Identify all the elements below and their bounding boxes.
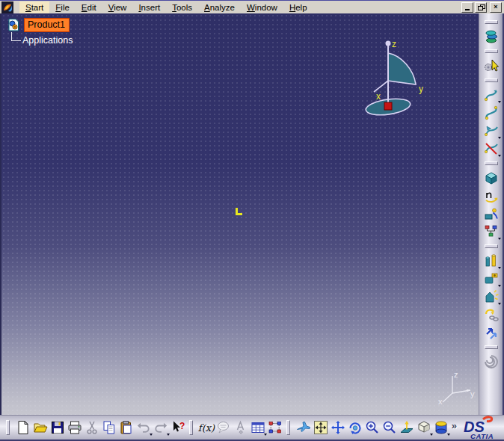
- simulation-icon: [483, 206, 500, 222]
- simulation-button[interactable]: [482, 205, 500, 223]
- menu-file[interactable]: File: [49, 1, 76, 13]
- lock-icon: [233, 419, 249, 436]
- cut-button[interactable]: [84, 419, 100, 437]
- camera-box-button[interactable]: [482, 270, 500, 288]
- pan-button[interactable]: [330, 419, 346, 437]
- fly-mode-button[interactable]: [295, 419, 312, 437]
- comment-button[interactable]: [215, 419, 232, 437]
- open-button[interactable]: [32, 419, 49, 437]
- whats-this-icon: ?: [170, 419, 186, 436]
- building-icon: [483, 289, 500, 305]
- formula-button[interactable]: f(x): [198, 419, 215, 437]
- triad-z-label: z: [454, 370, 458, 379]
- sequence-button[interactable]: [482, 187, 500, 205]
- close-button[interactable]: ×: [490, 2, 502, 13]
- menu-tools[interactable]: Tools: [166, 1, 198, 13]
- cursor-marker: [236, 208, 242, 215]
- tree-node-product1[interactable]: Product1: [24, 18, 70, 32]
- fit-all-icon: [313, 419, 329, 436]
- compass[interactable]: z y x: [347, 34, 434, 118]
- comment-icon: [215, 419, 232, 436]
- toolbar-drag-handle[interactable]: [189, 420, 193, 435]
- normal-view-button[interactable]: [399, 419, 415, 437]
- building-button[interactable]: [482, 288, 500, 306]
- fit-all-button[interactable]: [313, 419, 329, 437]
- toolbar-drag-handle[interactable]: [485, 161, 498, 165]
- whats-this-button[interactable]: ?: [170, 419, 186, 437]
- restore-icon: [478, 4, 485, 10]
- toolbar-drag-handle[interactable]: [485, 244, 498, 248]
- select-button[interactable]: [482, 57, 500, 75]
- axis-triad: z y x: [437, 368, 476, 406]
- tree-node-applications[interactable]: Applications: [22, 35, 73, 46]
- select-icon: [483, 58, 500, 74]
- box-surface-button[interactable]: [482, 169, 500, 187]
- curve-delete-icon: [483, 141, 500, 157]
- camera-box-icon: [483, 271, 500, 287]
- curve-delete-button[interactable]: [482, 140, 500, 158]
- undo-button[interactable]: [135, 419, 152, 437]
- copy-button[interactable]: [101, 419, 117, 437]
- pan-icon: [330, 419, 346, 436]
- redo-button[interactable]: [153, 419, 169, 437]
- menu-analyze[interactable]: Analyze: [198, 1, 241, 13]
- formula-icon: f(x): [198, 422, 215, 434]
- shuttle-icon: [483, 253, 500, 269]
- more-toolbars-chevron[interactable]: »: [452, 420, 459, 436]
- toolbar-drag-handle[interactable]: [485, 345, 498, 349]
- rotate-button[interactable]: [347, 419, 363, 437]
- trace-curve-button[interactable]: [482, 86, 500, 104]
- shuttle-button[interactable]: [482, 252, 500, 270]
- zoom-out-button[interactable]: [381, 419, 398, 437]
- menu-help[interactable]: Help: [283, 1, 313, 13]
- svg-text:?: ?: [179, 421, 185, 431]
- box-surface-icon: [483, 170, 500, 186]
- menu-insert[interactable]: Insert: [132, 1, 166, 13]
- rotate-icon: [347, 419, 363, 436]
- render-style-button[interactable]: [433, 419, 449, 437]
- design-table-button[interactable]: [250, 419, 266, 437]
- lock-button[interactable]: [233, 419, 249, 437]
- curve-edit-button[interactable]: [482, 122, 500, 140]
- redo-icon: [153, 419, 169, 436]
- compass-y-label: y: [419, 84, 423, 94]
- link-button[interactable]: [482, 306, 500, 324]
- save-button[interactable]: [49, 419, 66, 437]
- app-icon[interactable]: [1, 1, 13, 13]
- logo-catia-text: CATIA: [470, 432, 494, 440]
- restore-button[interactable]: [475, 2, 487, 13]
- link-icon: [483, 306, 500, 323]
- swirl-icon: [483, 354, 500, 370]
- toolbar-drag-handle[interactable]: [6, 420, 10, 435]
- toolbar-drag-handle[interactable]: [485, 49, 498, 53]
- flowchart-button[interactable]: [482, 223, 500, 241]
- curve-edit-icon: [483, 123, 500, 139]
- triad-y-label: y: [470, 389, 475, 398]
- swirl-button[interactable]: [482, 353, 500, 371]
- relations-button[interactable]: [267, 419, 283, 437]
- menu-bar: Start File Edit View Insert Tools Analyz…: [0, 0, 504, 13]
- spline-button[interactable]: [482, 104, 500, 122]
- print-icon: [67, 419, 83, 436]
- paste-icon: [118, 419, 135, 436]
- menu-edit[interactable]: Edit: [76, 1, 102, 13]
- toolbar-drag-handle[interactable]: [485, 20, 498, 24]
- menu-window[interactable]: Window: [241, 1, 283, 13]
- new-button[interactable]: [15, 419, 31, 437]
- menu-start[interactable]: Start: [19, 1, 49, 13]
- minimize-button[interactable]: [461, 2, 473, 13]
- paste-button[interactable]: [118, 419, 135, 437]
- cut-icon: [84, 419, 100, 436]
- iso-view-button[interactable]: [416, 419, 432, 437]
- viewport-3d[interactable]: Product1 Applications z y x z y x: [0, 13, 479, 415]
- swap-arrows-button[interactable]: [482, 324, 500, 342]
- zoom-in-button[interactable]: [364, 419, 381, 437]
- tree-connector: [11, 32, 21, 41]
- toolbar-drag-handle[interactable]: [485, 78, 498, 82]
- print-button[interactable]: [67, 419, 83, 437]
- menu-view[interactable]: View: [102, 1, 133, 13]
- sequence-icon: [483, 188, 500, 204]
- triad-x-label: x: [438, 397, 443, 406]
- toolbar-drag-handle[interactable]: [286, 420, 290, 435]
- workbench-product-button[interactable]: [482, 28, 500, 46]
